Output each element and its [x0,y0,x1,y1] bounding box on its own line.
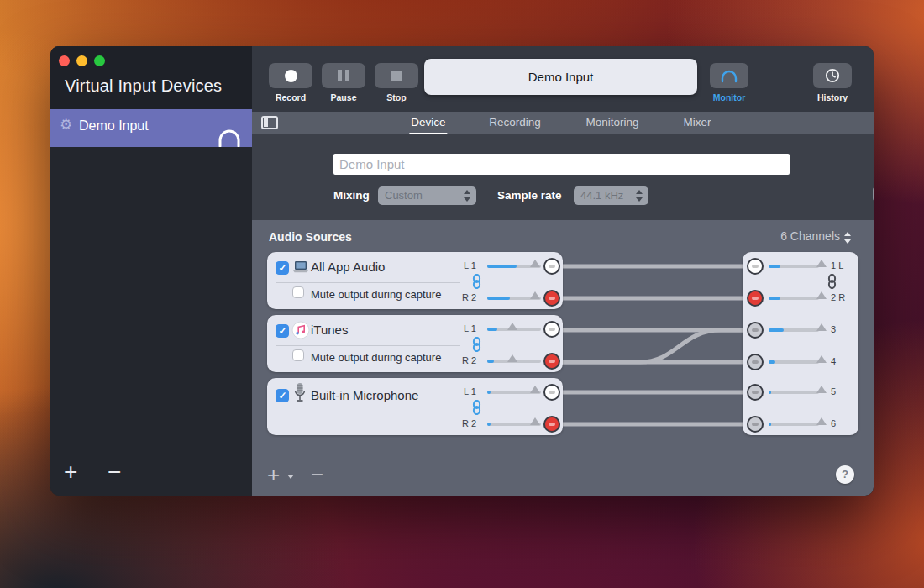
tab-device[interactable]: Device [409,112,447,134]
channel-volume-slider[interactable] [816,291,827,299]
device-title-button[interactable]: Demo Input [424,59,697,95]
monitor-button-label: Monitor [700,92,759,102]
divider [276,345,460,346]
left-output-port[interactable] [543,258,560,275]
device-name-input[interactable] [333,154,790,175]
desktop-wallpaper: Virtual Input Devices ⚙ Demo Input + − [0,0,924,588]
stepper-icon [464,189,471,202]
sample-rate-select-value: 44.1 kHz [580,189,623,202]
mute-label: Mute output during capture [311,288,441,301]
record-button[interactable] [269,63,312,88]
link-channels-icon[interactable] [471,274,482,289]
left-channel-label: L 1 [464,386,476,396]
clock-icon [825,68,840,83]
tab-mixer[interactable]: Mixer [682,112,713,134]
app-window: Virtual Input Devices ⚙ Demo Input + − [50,46,874,496]
history-button-label: History [803,92,862,102]
headphones-icon [217,126,242,147]
right-volume-slider[interactable] [507,354,517,362]
right-volume-slider[interactable] [530,417,540,425]
sidebar-header: Virtual Input Devices [50,46,252,109]
channel-input-port[interactable] [747,416,764,433]
monitor-button[interactable] [710,63,748,88]
right-output-port[interactable] [543,290,560,307]
channel-meter [769,297,819,300]
pause-button-label: Pause [314,92,373,102]
playthrough-checkbox[interactable] [873,187,874,201]
channel-label: 5 [831,386,836,396]
source-enabled-checkbox[interactable] [276,324,289,338]
channel-volume-slider[interactable] [816,355,827,363]
channel-meter [769,360,819,364]
channel-input-port[interactable] [747,354,764,370]
source-enabled-checkbox[interactable] [276,389,289,402]
tab-recording[interactable]: Recording [487,112,543,134]
mixing-select-value: Custom [385,189,423,202]
right-channel-label: R 2 [462,355,476,365]
mixing-select[interactable]: Custom [378,186,476,205]
stop-button[interactable] [375,63,418,88]
toolbar: Record Pause Stop Demo Input Monitor [252,46,874,112]
divider [276,282,460,283]
sidebar-item-label: Demo Input [79,118,149,134]
stop-icon [391,71,402,81]
sidebar-actions: + − [50,457,252,496]
audio-sources-section: Audio Sources 6 Channels [252,220,874,496]
channel-meter [769,423,819,426]
monitor-headphones-icon [720,69,738,83]
channel-label: 4 [831,356,836,366]
mixing-label: Mixing [333,189,370,202]
pause-button[interactable] [322,63,365,88]
channel-input-port[interactable] [747,384,764,401]
channel-input-port[interactable] [747,258,764,275]
channel-volume-slider[interactable] [816,260,827,267]
close-window-button[interactable] [59,55,70,66]
device-config: Mixing Custom Sample rate 44.1 kHz Playt… [252,134,874,220]
source-enabled-checkbox[interactable] [276,261,289,275]
right-volume-slider[interactable] [530,291,540,299]
left-volume-slider[interactable] [530,260,540,267]
mute-checkbox[interactable] [292,286,304,298]
channel-input-port[interactable] [747,322,764,339]
stepper-icon [636,189,643,202]
mute-label: Mute output during capture [311,351,441,364]
sample-rate-select[interactable]: 44.1 kHz [574,186,648,205]
link-channels-icon[interactable] [471,400,482,415]
channel-volume-slider[interactable] [816,386,827,393]
link-channels-icon[interactable] [827,274,837,289]
add-device-button[interactable]: + [64,459,77,486]
channel-volume-slider[interactable] [816,417,827,425]
channel-meter [769,265,819,268]
tab-monitoring[interactable]: Monitoring [584,112,640,134]
right-output-port[interactable] [543,353,560,370]
sidebar-toggle-icon[interactable] [261,116,278,129]
source-name: All App Audio [311,260,385,274]
source-card-itunes: iTunes Mute output during capture L 1 R [267,315,563,372]
left-output-port[interactable] [543,321,560,338]
record-icon [285,70,297,82]
link-channels-icon[interactable] [471,337,482,352]
main-panel: Record Pause Stop Demo Input Monitor [252,46,874,496]
window-title: Virtual Input Devices [65,76,222,96]
left-channel-label: L 1 [464,260,476,270]
channel-volume-slider[interactable] [816,323,827,331]
mute-checkbox[interactable] [292,349,304,361]
remove-device-button[interactable]: − [108,459,121,486]
source-name: iTunes [311,323,348,337]
left-volume-slider[interactable] [530,386,540,393]
sidebar: Virtual Input Devices ⚙ Demo Input + − [50,46,252,496]
right-output-port[interactable] [543,416,560,433]
record-button-label: Record [261,92,320,102]
sidebar-item-demo-input[interactable]: ⚙ Demo Input [50,109,252,147]
right-channel-label: R 2 [462,292,476,302]
history-button[interactable] [813,63,852,88]
tab-bar: Device Recording Monitoring Mixer [252,112,874,134]
microphone-icon [294,382,306,404]
left-volume-slider[interactable] [507,323,517,330]
source-card-all-app-audio: All App Audio Mute output during capture… [267,252,563,309]
left-output-port[interactable] [543,384,560,401]
traffic-lights [59,55,105,66]
zoom-window-button[interactable] [94,55,105,66]
channel-input-port[interactable] [747,290,764,307]
minimize-window-button[interactable] [76,55,87,66]
